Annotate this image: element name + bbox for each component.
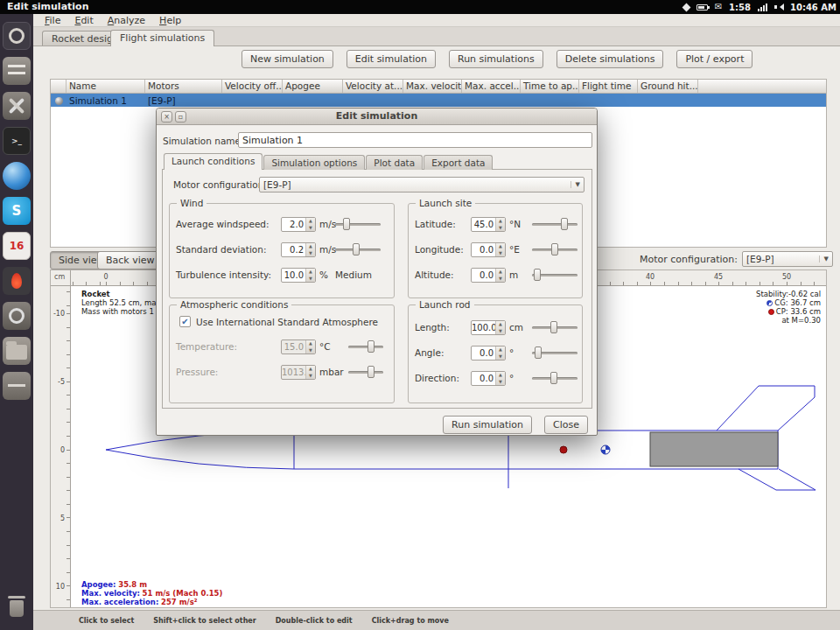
- spinner-up-icon[interactable]: ▲: [496, 321, 505, 328]
- slider-thumb[interactable]: [561, 218, 568, 230]
- std-deviation-spinner[interactable]: 0.2 ▲▼: [281, 242, 316, 257]
- rod-length-spinner[interactable]: 100.0 ▲▼: [471, 320, 506, 335]
- cp-marker: [560, 446, 567, 453]
- slider-thumb[interactable]: [550, 372, 557, 384]
- new-simulation-button[interactable]: New simulation: [242, 50, 333, 68]
- column-max-velocity[interactable]: Max. velocity: [403, 80, 462, 93]
- motor-configuration-label: Motor configuration:: [611, 254, 738, 265]
- slider-thumb[interactable]: [551, 243, 558, 256]
- tools-icon[interactable]: [3, 92, 31, 120]
- spinner-down-icon[interactable]: ▼: [496, 276, 505, 283]
- rod-direction-slider[interactable]: [532, 371, 578, 385]
- rod-length-slider[interactable]: [532, 320, 578, 334]
- column-name[interactable]: Name: [66, 80, 145, 93]
- menu-help[interactable]: Help: [152, 15, 188, 26]
- avg-windspeed-slider[interactable]: [335, 217, 381, 231]
- terminal-icon[interactable]: >_: [3, 127, 31, 155]
- trash-icon[interactable]: [3, 593, 31, 621]
- slider-thumb[interactable]: [534, 269, 541, 281]
- drive-icon[interactable]: [3, 372, 31, 400]
- mail-icon[interactable]: ✉: [715, 1, 722, 13]
- dialog-titlebar[interactable]: × ▫ Edit simulation: [157, 108, 597, 125]
- rod-angle-slider[interactable]: [532, 346, 578, 360]
- spinner-down-icon[interactable]: ▼: [496, 354, 505, 360]
- plot-export-button[interactable]: Plot / export: [676, 50, 752, 68]
- spinner-up-icon[interactable]: ▲: [496, 269, 505, 276]
- rod-direction-spinner[interactable]: 0.0 ▲▼: [471, 371, 506, 386]
- column-status[interactable]: [51, 80, 66, 93]
- spinner-down-icon[interactable]: ▼: [496, 250, 505, 257]
- tab-flight-simulations[interactable]: Flight simulations: [110, 30, 214, 46]
- longitude-spinner[interactable]: 0.0 ▲▼: [471, 242, 506, 257]
- menu-analyze[interactable]: Analyze: [101, 15, 152, 26]
- spinner-down-icon[interactable]: ▼: [306, 250, 315, 257]
- unity-launcher: >_ S 16: [0, 14, 33, 630]
- spinner-down-icon[interactable]: ▼: [496, 328, 505, 335]
- files-icon[interactable]: [3, 57, 31, 85]
- tab-simulation-options[interactable]: Simulation options: [263, 155, 365, 170]
- altitude-slider[interactable]: [532, 268, 578, 282]
- tab-launch-conditions[interactable]: Launch conditions: [164, 153, 262, 170]
- back-view-button[interactable]: Back view: [97, 251, 164, 270]
- spinner-up-icon[interactable]: ▲: [496, 346, 505, 354]
- video-app-icon[interactable]: 16: [3, 232, 31, 260]
- latitude-slider[interactable]: [532, 217, 578, 231]
- altitude-spinner[interactable]: 0.0 ▲▼: [471, 268, 506, 283]
- rod-angle-spinner[interactable]: 0.0 ▲▼: [471, 346, 506, 360]
- turbulence-intensity-spinner[interactable]: 10.0 ▲▼: [281, 268, 316, 283]
- column-max-accel[interactable]: Max. accel...: [462, 80, 521, 93]
- slider-thumb[interactable]: [353, 243, 360, 256]
- latitude-spinner[interactable]: 45.0 ▲▼: [471, 217, 506, 232]
- column-velocity-off[interactable]: Velocity off...: [222, 80, 283, 93]
- column-time-to-apogee[interactable]: Time to ap...: [521, 80, 579, 93]
- simulation-name-input[interactable]: [238, 132, 592, 148]
- disks-icon[interactable]: [3, 302, 31, 330]
- slider-thumb[interactable]: [535, 346, 542, 359]
- browser-icon[interactable]: [3, 162, 31, 190]
- tab-plot-data[interactable]: Plot data: [366, 155, 423, 170]
- spinner-up-icon[interactable]: ▲: [496, 372, 505, 379]
- turbulence-intensity-label: Turbulence intensity:: [176, 270, 271, 280]
- spinner-down-icon[interactable]: ▼: [496, 379, 505, 386]
- column-motors[interactable]: Motors: [145, 80, 222, 93]
- avg-windspeed-spinner[interactable]: 2.0 ▲▼: [281, 217, 316, 232]
- spinner-down-icon[interactable]: ▼: [496, 225, 505, 232]
- volume-icon[interactable]: [774, 3, 783, 11]
- spinner-up-icon[interactable]: ▲: [496, 218, 505, 225]
- network-signal-icon[interactable]: [758, 3, 767, 11]
- column-flight-time[interactable]: Flight time: [579, 80, 638, 93]
- run-simulation-button[interactable]: Run simulation: [443, 416, 532, 434]
- motor-shape[interactable]: [650, 432, 778, 466]
- media-player-icon[interactable]: [3, 267, 31, 295]
- std-deviation-slider[interactable]: [335, 242, 381, 256]
- column-ground-hit[interactable]: Ground hit...: [638, 80, 698, 93]
- menu-file[interactable]: File: [38, 15, 67, 26]
- spinner-down-icon[interactable]: ▼: [306, 276, 315, 283]
- standard-atmosphere-checkbox[interactable]: ✔: [179, 316, 191, 327]
- menu-edit[interactable]: Edit: [67, 15, 100, 26]
- longitude-slider[interactable]: [532, 242, 578, 256]
- spinner-up-icon[interactable]: ▲: [306, 218, 315, 225]
- column-velocity-at[interactable]: Velocity at...: [343, 80, 403, 93]
- spinner-up-icon[interactable]: ▲: [306, 269, 315, 276]
- skype-icon[interactable]: S: [3, 197, 31, 225]
- standard-atmosphere-label[interactable]: Use International Standard Atmosphere: [196, 317, 378, 327]
- close-button[interactable]: Close: [544, 416, 588, 434]
- slider-thumb[interactable]: [343, 218, 350, 230]
- dialog-motor-configuration-select[interactable]: [E9-P] ▼: [259, 177, 584, 192]
- motor-configuration-select[interactable]: [E9-P] ▼: [742, 251, 833, 267]
- edit-simulation-button[interactable]: Edit simulation: [346, 50, 436, 68]
- spinner-up-icon[interactable]: ▲: [306, 243, 315, 250]
- folder-icon[interactable]: [3, 337, 31, 365]
- bluetooth-icon[interactable]: [682, 3, 690, 11]
- column-apogee[interactable]: Apogee: [283, 80, 343, 93]
- run-simulations-button[interactable]: Run simulations: [449, 50, 543, 68]
- slider-thumb[interactable]: [550, 321, 557, 333]
- delete-simulations-button[interactable]: Delete simulations: [556, 50, 664, 68]
- dash-icon[interactable]: [3, 22, 31, 50]
- tab-export-data[interactable]: Export data: [424, 155, 493, 170]
- table-row[interactable]: Simulation 1 [E9-P]: [51, 94, 826, 107]
- spinner-down-icon[interactable]: ▼: [306, 225, 315, 232]
- battery-icon[interactable]: [696, 4, 708, 10]
- spinner-up-icon[interactable]: ▲: [496, 243, 505, 250]
